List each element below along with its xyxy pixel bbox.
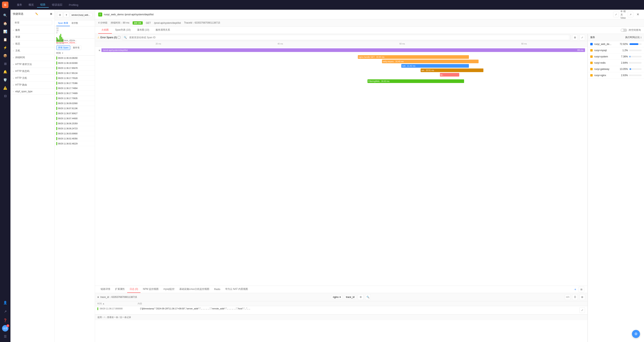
trace-item-14[interactable]: 09/29 11:36:06.24723	[55, 126, 95, 131]
log-settings-icon[interactable]: ⚙	[358, 294, 364, 300]
modal-close-button[interactable]: ✕	[635, 12, 641, 17]
fab-settings-button[interactable]: ⚙	[632, 330, 640, 338]
sidebar-icon-box[interactable]: 📦	[2, 52, 9, 59]
bottom-tab-redis[interactable]: Redis	[212, 286, 223, 293]
log-expand-icon-0[interactable]: ⤢	[580, 307, 585, 313]
trace-item-15[interactable]: 09/29 11:36:03.69800	[55, 131, 95, 136]
tab-request-count[interactable]: 请求数	[70, 20, 80, 26]
bottom-tab-mysql[interactable]: mysql监控	[161, 286, 177, 293]
grid-icon-btn[interactable]: ⊞	[57, 12, 63, 18]
modal-tab-span-list[interactable]: Span列表 (10)	[112, 27, 134, 34]
sidebar-icon-monitor[interactable]: 📊	[2, 28, 9, 35]
flamegraph-search-input[interactable]	[128, 35, 569, 40]
sidebar-icon-help[interactable]: ❓	[2, 317, 9, 324]
trace-item-6[interactable]: 09/29 11:36:17.74894	[55, 86, 95, 91]
trace-item-9[interactable]: 09/29 11:36:09.02900	[55, 101, 95, 106]
add-tab-button[interactable]: +	[573, 288, 578, 291]
modal-expand-icon[interactable]: ⤢	[613, 12, 619, 17]
trace-item-16[interactable]: 09/29 11:36:02.48356	[55, 136, 95, 141]
chevron-down-btn[interactable]: ▾	[64, 12, 69, 18]
error-spans-checkbox[interactable]	[118, 36, 120, 39]
span-bar-nginx-handle[interactable]: nginx.handle GET.. 18.93 ms	[358, 55, 469, 59]
filter-edit-icon[interactable]: ✏️	[35, 13, 38, 15]
trace-item-5[interactable]: 09/29 11:36:17.75386	[55, 81, 95, 86]
filter-service-span[interactable]: 服务项	[71, 45, 81, 50]
sidebar-icon-list[interactable]: 📋	[2, 36, 9, 43]
trace-item-17[interactable]: 09/29 11:36:02.48229	[55, 141, 95, 146]
modal-tab-waterfall[interactable]: 瀑布图 (10)	[134, 27, 152, 34]
sort-label[interactable]: 时间	[56, 52, 61, 55]
sidebar-icon-search[interactable]: 🔍	[2, 12, 9, 19]
filter-all-span[interactable]: 所有 Span	[56, 45, 70, 50]
log-search-icon[interactable]: 🔍	[365, 294, 371, 300]
trace-item-8[interactable]: 09/29 11:36:17.70635	[55, 96, 95, 101]
nav-item-overview[interactable]: 概览	[25, 2, 37, 8]
trace-item-13[interactable]: 09/29 11:36:06.25359	[55, 121, 95, 126]
related-view-icon[interactable]: ⚙ 相关 View	[620, 12, 626, 17]
info-icon[interactable]: ℹ	[640, 36, 642, 39]
bottom-tab-linux[interactable]: 基础设施Linux主机监控视图	[177, 286, 212, 293]
trace-search-input[interactable]	[70, 13, 92, 17]
nav-item-error[interactable]: 错误追踪	[49, 2, 66, 8]
expand-icon-btn[interactable]: ⊞	[572, 35, 578, 40]
sidebar-icon-menu[interactable]: ☰	[2, 333, 9, 340]
span-bar-sp[interactable]: sp..	[440, 73, 459, 77]
filter-group-http-status-header[interactable]: › HTTP 状态码	[10, 68, 54, 75]
trace-item-7[interactable]: 09/29 11:36:17.74689	[55, 91, 95, 96]
filter-group-status-header[interactable]: › 状态	[10, 41, 54, 47]
sidebar-icon-shield[interactable]: 🛡️	[2, 76, 9, 83]
trace-item-4[interactable]: 09/29 11:36:17.75528	[55, 76, 95, 81]
filter-group-http-host-header[interactable]: › HTTP 主机	[10, 75, 54, 81]
trace-item-2[interactable]: 09/29 11:36:17.85678	[55, 66, 95, 71]
trace-item-1[interactable]: 09/29 11:36:18.50300	[55, 61, 95, 66]
nav-item-trace[interactable]: 链路	[37, 2, 49, 8]
filter-collapse-icon[interactable]: ⊞	[50, 13, 52, 15]
filter-group-ebpf-header[interactable]: › ebpf_span_type	[10, 88, 54, 95]
expand-main-icon[interactable]: ≡	[98, 49, 102, 52]
trace-item-10[interactable]: 09/29 11:36:07.81196	[55, 106, 95, 111]
trace-item-11[interactable]: 09/29 11:36:07.80627	[55, 111, 95, 116]
log-config-icon[interactable]: ⊞	[580, 294, 585, 300]
nav-item-service[interactable]: 服务	[14, 2, 25, 8]
zoom-in-icon-btn[interactable]: ⤢	[580, 35, 585, 40]
log-code-icon[interactable]: </>	[565, 294, 570, 300]
log-col-time-header[interactable]: 时间 ▲	[98, 302, 138, 305]
sidebar-icon-alert[interactable]: ⚠️	[2, 84, 9, 91]
filter-group-service-header[interactable]: › 服务	[10, 27, 54, 34]
trace-item-3[interactable]: 09/29 11:36:17.85134	[55, 71, 95, 76]
log-row-0[interactable]: 09/29 11:36:17.000000 {"@timestamp":"202…	[95, 306, 588, 314]
bottom-tab-log[interactable]: 日志 (0)	[127, 286, 140, 293]
trace-item-12[interactable]: 09/29 11:36:07.44600	[55, 116, 95, 121]
span-bar-filtering[interactable]: FilteringWeb.. 16.63 ms	[368, 79, 464, 83]
span-bar-nett[interactable]: nett.. 11.42 ms	[401, 64, 469, 68]
sidebar-icon-home[interactable]: 🏠	[2, 20, 9, 27]
trace-item-0[interactable]: 09/29 11:36:19.08200	[55, 56, 95, 61]
bottom-tab-huawei[interactable]: 华为云 NAT 内置视图	[223, 286, 250, 293]
sidebar-icon-share[interactable]: ↗	[2, 308, 9, 315]
sidebar-icon-lightning[interactable]: ⚡	[2, 44, 9, 51]
filter-group-http-route-header[interactable]: › HTTP 路由	[10, 82, 54, 88]
log-filter-chevron[interactable]: ▾	[340, 296, 341, 298]
bottom-tab-trace-detail[interactable]: 链路详情	[98, 286, 113, 293]
span-bar-ser[interactable]: ser.. 10.51 ms	[420, 69, 484, 72]
filter-group-resource-header[interactable]: › 资源	[10, 34, 54, 40]
tab-settings-icon[interactable]: ⊞	[578, 287, 584, 292]
bottom-tab-npm[interactable]: NPM 监控视图	[140, 286, 161, 293]
filter-search-input[interactable]	[13, 20, 52, 25]
sidebar-icon-bell[interactable]: 🔔	[2, 68, 9, 75]
user-avatar[interactable]: 佳思 6	[2, 325, 8, 331]
filter-group-host-header[interactable]: › 主机	[10, 47, 54, 54]
sidebar-icon-user[interactable]: 👤	[2, 299, 9, 306]
log-list-icon[interactable]: ☰	[572, 294, 578, 300]
modal-share-icon[interactable]: ↗	[628, 12, 633, 17]
toggle-switch[interactable]	[621, 29, 627, 32]
bottom-tab-ext-attr[interactable]: 扩展属性	[113, 286, 127, 293]
tab-span-count[interactable]: Span 数量	[56, 20, 70, 26]
modal-tab-flamegraph[interactable]: 火焰图	[98, 27, 112, 34]
modal-tab-service-relation[interactable]: 服务调用关系	[152, 27, 173, 34]
sidebar-icon-sliders[interactable]: ⊟	[2, 92, 9, 100]
filter-group-http-method-header[interactable]: › HTTP 请求方法	[10, 61, 54, 68]
filter-group-duration-header[interactable]: › 持续时间	[10, 54, 54, 61]
nav-item-profiling[interactable]: Profiling	[66, 3, 82, 7]
sidebar-icon-layers[interactable]: ⊞	[2, 60, 9, 67]
